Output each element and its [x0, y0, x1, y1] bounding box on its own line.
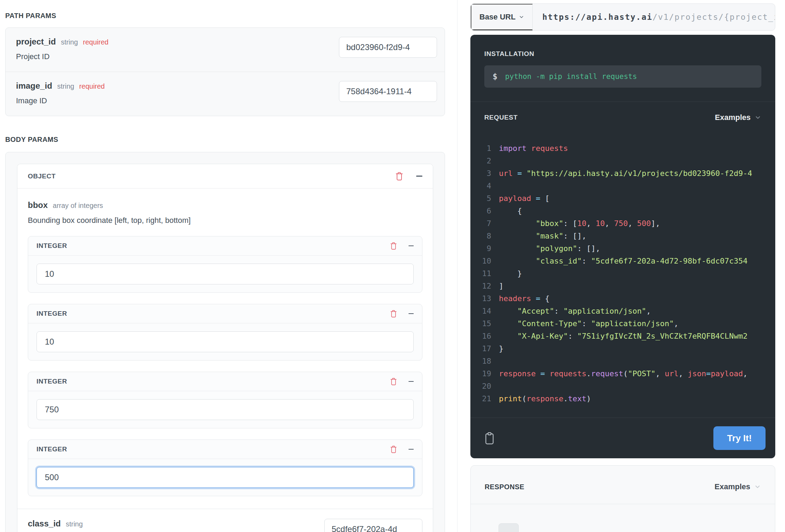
- chevron-down-icon: [519, 14, 524, 20]
- param-row-image-id: image_id string required Image ID: [6, 72, 445, 116]
- integer-card-header: INTEGER: [28, 440, 422, 459]
- code-token: payload: [711, 368, 743, 380]
- integer-card-4: INTEGER: [28, 440, 422, 496]
- code-line: 7 "bbox": [10, 10, 750, 500],: [470, 217, 775, 230]
- examples-label: Examples: [714, 482, 750, 491]
- code-token: ,: [586, 217, 596, 230]
- code-token: :: [563, 217, 573, 230]
- request-examples-dropdown[interactable]: Examples: [715, 113, 761, 122]
- try-it-button[interactable]: Try It!: [713, 426, 766, 450]
- code-editor[interactable]: 1import requests23url = "https://api.has…: [470, 129, 775, 418]
- code-token: [522, 167, 526, 180]
- code-token: ): [586, 393, 591, 405]
- trash-icon: [395, 171, 404, 181]
- bbox-bottom-input[interactable]: [37, 467, 414, 488]
- code-line: 14 "Accept": "application/json",: [470, 305, 775, 317]
- collapse-integer-button[interactable]: [408, 381, 414, 382]
- code-token: [499, 305, 517, 317]
- code-token: "5cdfe6f7-202a-4d72-98bf-6dc07c354: [591, 255, 747, 267]
- code-line: 6 {: [470, 205, 775, 217]
- integer-card-header: INTEGER: [28, 304, 422, 323]
- bbox-left-input[interactable]: [37, 264, 414, 284]
- bbox-top-input[interactable]: [37, 331, 414, 352]
- code-token: [499, 217, 536, 230]
- line-number: 13: [470, 292, 491, 305]
- bbox-type: array of integers: [53, 202, 103, 209]
- collapse-object-button[interactable]: [416, 176, 422, 177]
- param-row-class-id: class_id string Label class: [28, 509, 422, 532]
- code-token: [536, 368, 540, 380]
- code-token: (: [623, 368, 628, 380]
- integer-label: INTEGER: [37, 242, 390, 250]
- request-heading: REQUEST: [484, 114, 518, 121]
- installation-section: INSTALLATION $ python -m pip install req…: [470, 35, 775, 102]
- code-token: "bbox": [536, 217, 563, 230]
- code-token: ,: [628, 217, 637, 230]
- code-token: [: [545, 192, 549, 205]
- param-name: image_id: [16, 81, 52, 90]
- line-number: 10: [470, 255, 491, 267]
- integer-card-3: INTEGER: [28, 372, 422, 428]
- delete-integer-button[interactable]: [390, 242, 397, 250]
- collapse-integer-button[interactable]: [408, 245, 414, 247]
- code-token: (: [522, 393, 526, 405]
- integer-label: INTEGER: [37, 445, 390, 453]
- minus-icon: [408, 245, 414, 247]
- code-token: [540, 292, 545, 305]
- code-token: [499, 317, 517, 330]
- code-token: ],: [651, 217, 660, 230]
- response-examples-dropdown[interactable]: Examples: [714, 482, 761, 491]
- examples-label: Examples: [715, 113, 751, 122]
- code-line: 20: [470, 380, 775, 393]
- response-panel: RESPONSE Examples: [470, 465, 775, 532]
- param-type: string: [61, 38, 78, 46]
- response-body: [471, 504, 775, 532]
- collapse-integer-button[interactable]: [408, 313, 414, 314]
- code-token: =: [540, 368, 545, 380]
- code-token: :: [582, 317, 591, 330]
- code-token: "class_id": [536, 255, 582, 267]
- integer-label: INTEGER: [37, 378, 390, 385]
- column-divider: [457, 0, 458, 532]
- code-token: }: [499, 267, 522, 280]
- class-id-input[interactable]: [324, 519, 422, 532]
- line-number: 12: [470, 280, 491, 292]
- code-token: {: [545, 292, 549, 305]
- install-command[interactable]: $ python -m pip install requests: [484, 65, 761, 88]
- project-id-input[interactable]: [339, 37, 437, 58]
- delete-integer-button[interactable]: [390, 309, 397, 318]
- code-line: 18: [470, 355, 775, 368]
- delete-object-button[interactable]: [395, 171, 404, 181]
- code-token: json: [688, 368, 706, 380]
- code-token: "https://api.hasty.ai/v1/projects/bd0239…: [527, 167, 752, 180]
- code-token: :: [568, 330, 577, 342]
- base-url-dropdown[interactable]: Base URL: [471, 4, 533, 30]
- delete-integer-button[interactable]: [390, 445, 397, 453]
- code-token: }: [499, 342, 503, 355]
- code-token: "POST": [628, 368, 655, 380]
- param-description: Project ID: [16, 52, 108, 61]
- bbox-right-input[interactable]: [37, 399, 414, 420]
- body-params-heading: BODY PARAMS: [5, 136, 445, 144]
- response-header: RESPONSE Examples: [471, 466, 775, 504]
- code-token: response: [499, 368, 536, 380]
- image-id-input[interactable]: [339, 81, 437, 102]
- code-token: .: [586, 368, 591, 380]
- minus-icon: [408, 449, 414, 450]
- bbox-description: Bounding box coordinate [left, top, righ…: [28, 216, 422, 225]
- code-token: "7S1iyfgIVcZtN_2s_VhCZkt7eRQFB4CLNwm2: [577, 330, 747, 342]
- shell-prompt: $: [493, 72, 497, 81]
- params-column: PATH PARAMS project_id string required P…: [0, 0, 445, 532]
- collapse-integer-button[interactable]: [408, 449, 414, 450]
- integer-label: INTEGER: [37, 310, 390, 317]
- code-line: 10 "class_id": "5cdfe6f7-202a-4d72-98bf-…: [470, 255, 775, 267]
- object-card-body: bbox array of integers Bounding box coor…: [17, 188, 433, 532]
- endpoint-url: https://api.hasty.ai/v1/projects/{projec…: [533, 4, 775, 30]
- endpoint-url-path: /v1/projects/{project_id}/: [653, 13, 775, 22]
- delete-integer-button[interactable]: [390, 377, 397, 386]
- code-token: import: [499, 142, 526, 155]
- code-token: ,: [646, 305, 651, 317]
- code-token: "Content-Type": [517, 317, 582, 330]
- response-example-pill[interactable]: [499, 523, 519, 532]
- copy-code-button[interactable]: [484, 432, 495, 445]
